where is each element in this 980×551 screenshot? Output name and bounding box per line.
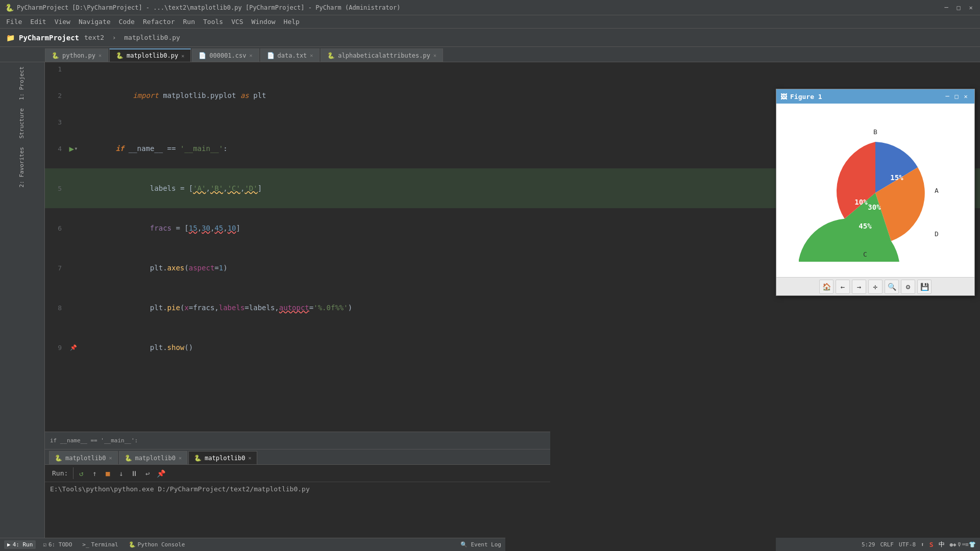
as-keyword: as	[240, 91, 249, 99]
todo-tab-label: 6: TODO	[48, 541, 72, 548]
menu-tools[interactable]: Tools	[199, 17, 227, 27]
figure-titlebar: 🖼 Figure 1 ─ □ ✕	[776, 89, 974, 104]
line-num-8: 8	[45, 304, 68, 312]
bottom-tab-python-console[interactable]: 🐍 Python Console	[126, 540, 188, 549]
tab-alphabetical-close[interactable]: ✕	[433, 53, 436, 58]
fig-zoom-button[interactable]: 🔍	[885, 280, 899, 294]
window-title: PyCharmProject [D:\PyCharmProject] - ...…	[17, 4, 942, 11]
import-keyword: import	[133, 91, 159, 99]
tab-data-close[interactable]: ✕	[310, 53, 313, 58]
tab-matplotlib0-py[interactable]: 🐍 matplotlib0.py ✕	[109, 48, 191, 62]
breadcrumb-file: matplotlib0.py	[124, 34, 180, 41]
menu-window[interactable]: Window	[248, 17, 280, 27]
figure-toolbar: 🏠 ← → ✛ 🔍 ⚙ 💾	[776, 277, 974, 295]
name-var: __name__	[129, 144, 163, 153]
fig-home-button[interactable]: 🏠	[819, 280, 834, 294]
pause-button[interactable]: ⏸	[129, 468, 140, 479]
sidebar-tab-favorites[interactable]: 2: Favorites	[16, 143, 28, 191]
python-console-icon: 🐍	[129, 541, 136, 548]
menu-file[interactable]: File	[2, 17, 26, 27]
tab-python-py[interactable]: 🐍 python.py ✕	[45, 48, 108, 62]
bottom-tab-terminal[interactable]: >_ Terminal	[79, 540, 121, 549]
tab-csv-close[interactable]: ✕	[250, 53, 253, 58]
line-num-1: 1	[45, 65, 68, 73]
figure-close-button[interactable]: ✕	[961, 92, 970, 101]
fold-icon[interactable]: ▾	[74, 145, 78, 152]
cursor-position: 5:29	[862, 541, 875, 548]
run-tab-2-icon: 🐍	[125, 455, 132, 462]
menu-help[interactable]: Help	[280, 17, 304, 27]
close-button[interactable]: ✕	[967, 4, 975, 12]
bottom-tab-todo[interactable]: ☑ 6: TODO	[40, 540, 75, 549]
pie-label-c-pct: 45%	[859, 222, 872, 230]
rerun-button[interactable]: ↺	[76, 468, 87, 479]
lang-icon: 中	[939, 540, 945, 549]
run-tab-2[interactable]: 🐍 matplotlib0 ✕	[119, 451, 188, 464]
frac-45: 45	[214, 224, 223, 232]
fig-save-button[interactable]: 💾	[917, 280, 932, 294]
menu-edit[interactable]: Edit	[26, 17, 50, 27]
menu-code[interactable]: Code	[115, 17, 139, 27]
stop-button[interactable]: ■	[102, 468, 113, 479]
menu-navigate[interactable]: Navigate	[75, 17, 115, 27]
aspect-param: aspect	[189, 264, 215, 272]
menu-run[interactable]: Run	[179, 17, 199, 27]
tab-csv[interactable]: 📄 000001.csv ✕	[192, 48, 259, 62]
fracs-var: fracs	[150, 224, 172, 232]
line-gutter-4: ▶ ▾	[68, 144, 79, 154]
pie-ext-label-c: C	[863, 251, 867, 258]
axes-call: axes	[167, 264, 185, 272]
run-tab-3-label: matplotlib0	[205, 455, 245, 462]
menu-vcs[interactable]: VCS	[227, 17, 247, 27]
run-tab-3[interactable]: 🐍 matplotlib0 ✕	[188, 451, 257, 464]
fig-back-button[interactable]: ←	[836, 280, 850, 294]
tab-alphabetical[interactable]: 🐍 alphabeticalattributes.py ✕	[321, 48, 443, 62]
minimize-button[interactable]: ─	[942, 4, 950, 12]
sidebar-tab-structure[interactable]: Structure	[16, 104, 28, 143]
run-up-button[interactable]: ↑	[89, 468, 100, 479]
figure-minimize-button[interactable]: ─	[943, 92, 952, 101]
line-num-6: 6	[45, 224, 68, 232]
label-a: 'A'	[193, 184, 206, 192]
run-panel: 🐍 matplotlib0 ✕ 🐍 matplotlib0 ✕ 🐍 matplo…	[45, 449, 550, 551]
frac-15: 15	[189, 224, 198, 232]
line-num-3: 3	[45, 118, 68, 126]
todo-tab-icon: ☑	[43, 541, 46, 548]
wrap-button[interactable]: ↩	[142, 468, 153, 479]
tab-data-txt[interactable]: 📄 data.txt ✕	[260, 48, 320, 62]
tab-bar: 🐍 python.py ✕ 🐍 matplotlib0.py ✕ 📄 00000…	[0, 47, 980, 62]
pie-call: pie	[167, 304, 180, 312]
tab-matplotlib0-close[interactable]: ✕	[181, 53, 184, 59]
menu-refactor[interactable]: Refactor	[139, 17, 179, 27]
sougou-icon: S	[929, 541, 934, 548]
menu-view[interactable]: View	[51, 17, 75, 27]
fig-pan-button[interactable]: ✛	[868, 280, 883, 294]
bottom-tab-run[interactable]: ▶ 4: Run	[4, 540, 36, 549]
figure-window: 🖼 Figure 1 ─ □ ✕	[776, 89, 975, 296]
indent-icon: ⬆	[921, 541, 924, 548]
figure-icon: 🖼	[780, 93, 787, 101]
window-controls: ─ □ ✕	[942, 4, 975, 12]
run-down-button[interactable]: ↓	[115, 468, 127, 479]
run-tab-1-close[interactable]: ✕	[109, 455, 112, 461]
run-tab-3-close[interactable]: ✕	[249, 455, 252, 461]
fig-settings-button[interactable]: ⚙	[901, 280, 915, 294]
tab-python-py-close[interactable]: ✕	[99, 53, 102, 58]
sidebar-tab-project[interactable]: 1: Project	[16, 62, 28, 104]
pin-button[interactable]: 📌	[155, 468, 166, 479]
event-log-link[interactable]: 🔍 Event Log	[460, 541, 501, 548]
breadcrumb-text2: text2	[84, 34, 104, 41]
menu-bar: File Edit View Navigate Code Refactor Ru…	[0, 15, 980, 29]
status-code-text: if __name__ == '__main__':	[50, 437, 138, 444]
run-output: E:\Tools\python\python.exe D:/PyCharmPro…	[45, 482, 550, 496]
maximize-button[interactable]: □	[954, 4, 963, 12]
run-tab-2-close[interactable]: ✕	[179, 455, 182, 461]
figure-maximize-button[interactable]: □	[952, 92, 961, 101]
label-d: 'D'	[244, 184, 257, 192]
import-module: matplotlib.pyplot	[163, 91, 236, 99]
bottom-right-status: 5:29 CRLF UTF-8 ⬆ S 中 ●◆🎙⌨≡👕	[776, 538, 980, 551]
fig-forward-button[interactable]: →	[852, 280, 866, 294]
frac-30: 30	[202, 224, 210, 232]
run-tab-1[interactable]: 🐍 matplotlib0 ✕	[49, 451, 118, 464]
import-alias: plt	[253, 91, 266, 99]
